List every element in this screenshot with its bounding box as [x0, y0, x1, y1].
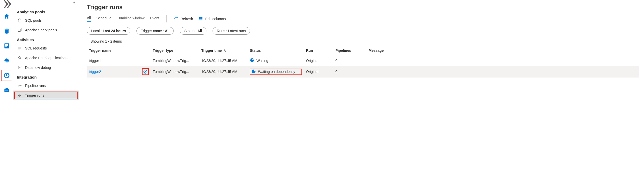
svg-rect-23 [201, 18, 203, 19]
edit-columns-button[interactable]: Edit columns [198, 16, 226, 22]
header-row: Trigger name Trigger type Trigger time S… [87, 46, 639, 55]
rail-manage[interactable] [1, 85, 12, 96]
cell-trigger-name: trigger1 [89, 59, 101, 63]
sidebar-item-label: SQL pools [25, 18, 42, 22]
col-run[interactable]: Run [304, 46, 333, 55]
rail-develop[interactable] [1, 40, 12, 52]
pipeline-runs-icon [17, 83, 22, 88]
tab-row: All Schedule Tumbling window Event Refre… [87, 15, 639, 22]
trigger-runs-icon [17, 93, 22, 98]
filter-local[interactable]: Local : Last 24 hours [87, 27, 130, 35]
refresh-label: Refresh [180, 17, 193, 21]
sort-icon [223, 49, 227, 53]
collapse-sidebar-button[interactable] [13, 1, 79, 7]
sidebar-item-label: Trigger runs [25, 93, 44, 97]
svg-rect-20 [199, 18, 200, 19]
svg-point-18 [20, 85, 21, 86]
rail-monitor[interactable] [1, 70, 12, 81]
sql-requests-icon [17, 45, 22, 51]
spark-apps-icon [17, 55, 22, 61]
rail-integrate[interactable] [1, 55, 12, 66]
sidebar-item-label: SQL requests [25, 46, 47, 50]
spark-pools-icon [17, 27, 22, 33]
results-table: Trigger name Trigger type Trigger time S… [87, 46, 639, 78]
filter-status[interactable]: Status : All [180, 27, 206, 35]
table-row: trigger1 TumblingWindowTrig... 10/23/20,… [87, 55, 639, 66]
edit-columns-label: Edit columns [205, 17, 226, 21]
sidebar-item-dataflow-debug[interactable]: Data flow debug [13, 63, 79, 72]
rail-home[interactable] [1, 11, 12, 22]
sidebar: Analytics pools SQL pools Apache Spark p… [13, 0, 79, 178]
sidebar-item-label: Apache Spark applications [25, 56, 67, 60]
sidebar-item-sql-requests[interactable]: SQL requests [13, 43, 79, 53]
cell-pipelines: 0 [333, 55, 367, 66]
col-message[interactable]: Message [367, 46, 639, 55]
filter-runs[interactable]: Runs : Latest runs [213, 27, 250, 35]
svg-point-16 [20, 67, 21, 68]
sidebar-item-trigger-runs[interactable]: Trigger runs [13, 91, 79, 100]
col-trigger-time[interactable]: Trigger time [199, 46, 248, 55]
section-analytics-pools: Analytics pools [13, 7, 79, 16]
section-integration: Integration [13, 72, 79, 81]
svg-rect-21 [199, 19, 200, 20]
svg-rect-5 [5, 46, 7, 47]
table-row: trigger2 TumblingWindowTrig... 10/23/20,… [87, 66, 639, 78]
cell-trigger-type: TumblingWindowTrig... [151, 55, 199, 66]
cancel-icon [143, 69, 148, 74]
stop-button[interactable] [142, 68, 149, 75]
section-activities: Activities [13, 35, 79, 43]
svg-point-17 [18, 85, 19, 86]
svg-rect-12 [5, 91, 8, 91]
sql-pools-icon [17, 18, 22, 23]
tab-event[interactable]: Event [150, 16, 159, 22]
edit-columns-icon [198, 16, 203, 22]
cell-pipelines: 0 [333, 66, 367, 78]
refresh-icon [174, 16, 178, 22]
col-trigger-name[interactable]: Trigger name [87, 46, 151, 55]
expand-rail-button[interactable] [1, 1, 13, 7]
svg-rect-22 [201, 17, 203, 18]
main-content: Trigger runs All Schedule Tumbling windo… [79, 0, 644, 178]
sidebar-item-spark-pools[interactable]: Apache Spark pools [13, 25, 79, 35]
svg-point-13 [18, 19, 21, 20]
cell-message [367, 66, 639, 78]
filter-trigger-name[interactable]: Trigger name : All [136, 27, 174, 35]
tab-schedule[interactable]: Schedule [97, 16, 111, 22]
cell-trigger-type: TumblingWindowTrig... [151, 66, 199, 78]
svg-rect-19 [199, 17, 200, 18]
svg-rect-24 [201, 19, 203, 20]
tab-tumbling[interactable]: Tumbling window [117, 16, 145, 22]
svg-rect-4 [5, 45, 8, 46]
tab-all[interactable]: All [87, 16, 91, 22]
svg-rect-14 [18, 29, 20, 31]
col-status[interactable]: Status [248, 46, 304, 55]
cell-message [367, 55, 639, 66]
results-count: Showing 1 - 2 items [90, 39, 639, 43]
cell-run: Original [304, 66, 333, 78]
sidebar-item-spark-apps[interactable]: Apache Spark applications [13, 53, 79, 63]
svg-point-15 [18, 67, 19, 68]
svg-point-1 [5, 29, 8, 30]
filter-row: Local : Last 24 hours Trigger name : All… [87, 27, 639, 35]
sidebar-item-sql-pools[interactable]: SQL pools [13, 16, 79, 25]
clock-icon [251, 69, 256, 74]
svg-rect-11 [5, 88, 8, 89]
cell-trigger-name-link[interactable]: trigger2 [89, 70, 101, 74]
cell-status: Waiting [250, 58, 302, 63]
col-pipelines[interactable]: Pipelines [333, 46, 367, 55]
page-title: Trigger runs [87, 4, 639, 11]
svg-rect-6 [5, 61, 9, 62]
rail-data[interactable] [1, 26, 12, 37]
sidebar-item-label: Pipeline runs [25, 84, 46, 88]
sidebar-item-label: Data flow debug [25, 66, 51, 70]
svg-rect-3 [5, 44, 8, 45]
refresh-button[interactable]: Refresh [174, 16, 193, 22]
col-trigger-type[interactable]: Trigger type [151, 46, 199, 55]
cell-run: Original [304, 55, 333, 66]
svg-point-9 [6, 75, 7, 76]
cell-trigger-time: 10/23/20, 11:27:45 AM [199, 55, 248, 66]
sidebar-item-pipeline-runs[interactable]: Pipeline runs [13, 81, 79, 91]
icon-rail [0, 0, 13, 178]
divider [166, 15, 167, 22]
dataflow-debug-icon [17, 65, 22, 70]
